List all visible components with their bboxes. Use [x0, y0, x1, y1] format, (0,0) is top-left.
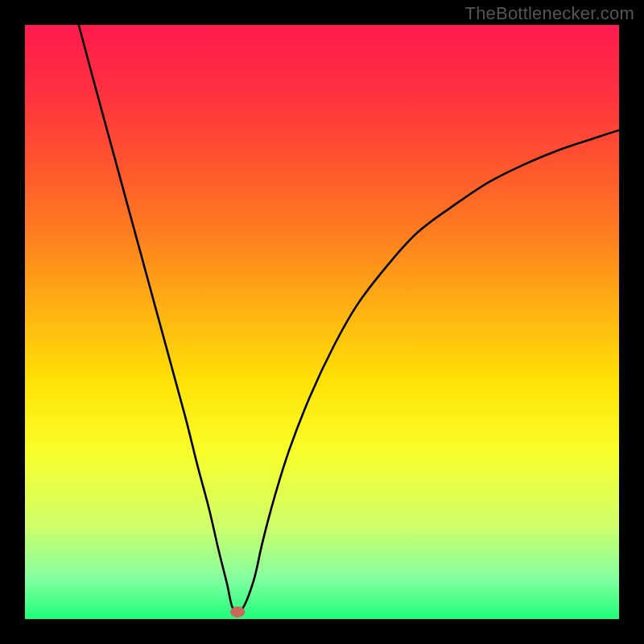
optimal-point-marker — [230, 606, 245, 617]
attribution-label: TheBottlenecker.com — [465, 3, 634, 24]
plot-area — [25, 25, 619, 619]
gradient-background — [25, 25, 619, 619]
marker-layer — [230, 606, 245, 617]
chart-frame: TheBottlenecker.com — [0, 0, 644, 644]
chart-svg — [25, 25, 619, 619]
